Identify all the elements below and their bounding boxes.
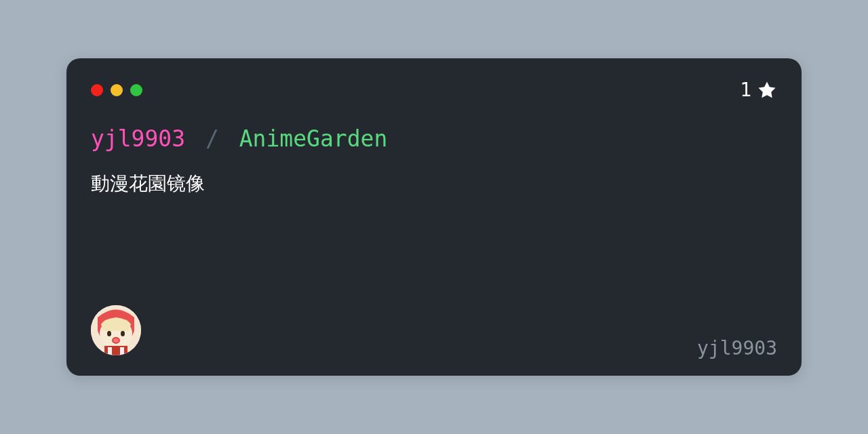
maximize-icon[interactable] [130, 84, 142, 96]
avatar[interactable] [91, 305, 141, 355]
star-count-value: 1 [740, 79, 751, 101]
svg-point-2 [107, 331, 111, 336]
svg-rect-8 [120, 347, 124, 355]
svg-point-5 [113, 338, 119, 342]
minimize-icon[interactable] [111, 84, 123, 96]
star-count[interactable]: 1 [740, 79, 777, 101]
username[interactable]: yjl9903 [697, 337, 777, 359]
star-icon [757, 80, 777, 100]
svg-rect-7 [108, 347, 112, 355]
traffic-lights [91, 84, 142, 96]
repo-card: 1 yjl9903 / AnimeGarden 動漫花園镜像 yjl9903 [66, 58, 802, 376]
repo-title: yjl9903 / AnimeGarden [91, 125, 777, 152]
repo-name[interactable]: AnimeGarden [239, 125, 388, 152]
titlebar: 1 [91, 79, 777, 101]
svg-point-3 [121, 331, 125, 336]
repo-owner[interactable]: yjl9903 [91, 125, 185, 152]
separator: / [205, 125, 219, 152]
repo-description: 動漫花園镜像 [91, 171, 777, 197]
close-icon[interactable] [91, 84, 103, 96]
